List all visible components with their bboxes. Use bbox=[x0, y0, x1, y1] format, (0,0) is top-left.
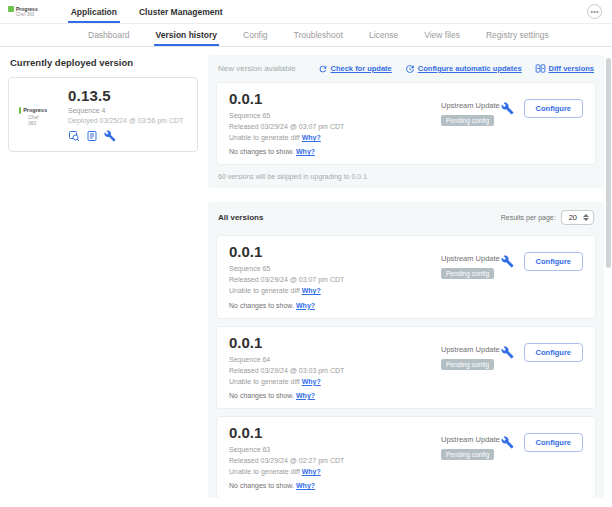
version-released: Released 03/29/24 @ 03:07 pm CDT bbox=[229, 275, 441, 284]
why-link[interactable]: Why? bbox=[296, 302, 315, 309]
pending-config-badge: Pending config bbox=[441, 359, 494, 370]
diff-versions-link[interactable]: Diff versions bbox=[535, 63, 594, 74]
app-subnav: Dashboard Version history Config Trouble… bbox=[0, 24, 612, 47]
subnav-troubleshoot[interactable]: Troubleshoot bbox=[294, 24, 343, 46]
version-number: 0.0.1 bbox=[229, 334, 441, 351]
deployed-sequence: Sequence 4 bbox=[68, 107, 183, 114]
preview-diff-icon[interactable] bbox=[68, 130, 80, 142]
edit-config-icon[interactable] bbox=[501, 436, 514, 449]
configure-button[interactable]: Configure bbox=[524, 343, 583, 362]
tab-application[interactable]: Application bbox=[68, 0, 120, 23]
configure-button[interactable]: Configure bbox=[524, 433, 583, 452]
no-changes-text: No changes to show. bbox=[229, 148, 294, 155]
why-link[interactable]: Why? bbox=[302, 287, 321, 294]
subnav-view-files[interactable]: View files bbox=[424, 24, 460, 46]
deployed-version-card: Progress Chef 360 0.13.5 Sequence 4 Depl… bbox=[8, 77, 198, 152]
subnav-version-history[interactable]: Version history bbox=[156, 24, 217, 46]
overflow-menu-icon[interactable]: ••• bbox=[587, 4, 602, 19]
diff-status: Unable to generate diffWhy? bbox=[229, 467, 441, 476]
why-link[interactable]: Why? bbox=[296, 392, 315, 399]
no-changes-status: No changes to show.Why? bbox=[229, 392, 441, 399]
no-changes-status: No changes to show.Why? bbox=[229, 148, 441, 155]
app-logo: Progress Chef 360 bbox=[8, 0, 38, 23]
logo-icon bbox=[19, 107, 21, 114]
version-sequence: Sequence 63 bbox=[229, 445, 441, 454]
version-number: 0.0.1 bbox=[229, 90, 441, 107]
configure-button[interactable]: Configure bbox=[524, 252, 583, 271]
pending-config-badge: Pending config bbox=[441, 449, 494, 460]
version-row: 0.0.1 Sequence 63 Released 03/29/24 @ 02… bbox=[216, 416, 596, 498]
subnav-config[interactable]: Config bbox=[243, 24, 268, 46]
new-version-title: New version available bbox=[218, 64, 296, 73]
top-bar: Progress Chef 360 Application Cluster Ma… bbox=[0, 0, 612, 24]
results-per-page-label: Results per page: bbox=[501, 214, 556, 221]
logo-icon bbox=[8, 6, 14, 12]
subnav-license[interactable]: License bbox=[369, 24, 398, 46]
edit-config-icon[interactable] bbox=[104, 130, 116, 142]
configure-automatic-updates-link[interactable]: Configure automatic updates bbox=[405, 64, 522, 74]
refresh-icon bbox=[318, 64, 328, 74]
why-link[interactable]: Why? bbox=[296, 482, 315, 489]
logo-product: Chef 360 bbox=[28, 114, 47, 126]
why-link[interactable]: Why? bbox=[296, 148, 315, 155]
why-link[interactable]: Why? bbox=[302, 134, 321, 141]
version-sequence: Sequence 64 bbox=[229, 355, 441, 364]
diff-status: Unable to generate diffWhy? bbox=[229, 286, 441, 295]
skip-notice: 60 versions will be skipped in upgrading… bbox=[218, 173, 594, 180]
deployed-timestamp: Deployed 03/25/24 @ 03:56 pm CDT bbox=[68, 117, 183, 124]
upstream-update-label: Upstream Update bbox=[441, 254, 500, 263]
version-sequence: Sequence 65 bbox=[229, 111, 441, 120]
version-sequence: Sequence 65 bbox=[229, 264, 441, 273]
edit-config-icon[interactable] bbox=[501, 102, 514, 115]
diff-status: Unable to generate diffWhy? bbox=[229, 377, 441, 386]
new-version-section: New version available Check for update C… bbox=[208, 55, 604, 188]
unable-diff-text: Unable to generate diff bbox=[229, 468, 300, 475]
version-history-panel: New version available Check for update C… bbox=[208, 55, 604, 498]
scrollbar[interactable] bbox=[606, 58, 611, 268]
version-released: Released 03/29/24 @ 03:07 pm CDT bbox=[229, 122, 441, 131]
pending-config-badge: Pending config bbox=[441, 115, 494, 126]
stepper-icon bbox=[583, 214, 589, 221]
all-versions-section: All versions Results per page: 20 0.0.1 … bbox=[208, 202, 604, 498]
all-versions-title: All versions bbox=[218, 213, 263, 222]
upstream-update-label: Upstream Update bbox=[441, 101, 500, 110]
version-released: Released 03/29/24 @ 02:27 pm CDT bbox=[229, 456, 441, 465]
diff-icon bbox=[535, 63, 546, 74]
version-number: 0.0.1 bbox=[229, 424, 441, 441]
schedule-icon bbox=[405, 64, 415, 74]
section-gap bbox=[208, 188, 604, 202]
unable-diff-text: Unable to generate diff bbox=[229, 287, 300, 294]
edit-config-icon[interactable] bbox=[501, 346, 514, 359]
tab-cluster-management[interactable]: Cluster Management bbox=[136, 0, 226, 23]
subnav-dashboard[interactable]: Dashboard bbox=[88, 24, 130, 46]
why-link[interactable]: Why? bbox=[302, 378, 321, 385]
no-changes-text: No changes to show. bbox=[229, 482, 294, 489]
topbar-spacer bbox=[226, 0, 587, 23]
version-row: 0.0.1 Sequence 64 Released 03/29/24 @ 03… bbox=[216, 326, 596, 409]
upstream-update-label: Upstream Update bbox=[441, 435, 500, 444]
deployed-version-number: 0.13.5 bbox=[68, 87, 183, 104]
upstream-update-label: Upstream Update bbox=[441, 345, 500, 354]
logo-product: Chef 360 bbox=[16, 12, 38, 17]
release-notes-icon[interactable] bbox=[86, 130, 98, 142]
edit-config-icon[interactable] bbox=[501, 255, 514, 268]
version-number: 0.0.1 bbox=[229, 243, 441, 260]
pending-config-badge: Pending config bbox=[441, 268, 494, 279]
main-content: Currently deployed version Progress Chef… bbox=[0, 47, 612, 506]
deployed-version-panel: Currently deployed version Progress Chef… bbox=[8, 55, 198, 498]
unable-diff-text: Unable to generate diff bbox=[229, 378, 300, 385]
results-per-page-select[interactable]: 20 bbox=[561, 210, 594, 225]
diff-status: Unable to generate diffWhy? bbox=[229, 133, 441, 142]
no-changes-text: No changes to show. bbox=[229, 392, 294, 399]
why-link[interactable]: Why? bbox=[302, 468, 321, 475]
deployed-heading: Currently deployed version bbox=[10, 57, 198, 68]
subnav-registry-settings[interactable]: Registry settings bbox=[486, 24, 549, 46]
unable-diff-text: Unable to generate diff bbox=[229, 134, 300, 141]
check-for-update-link[interactable]: Check for update bbox=[318, 64, 392, 74]
configure-button[interactable]: Configure bbox=[524, 99, 583, 118]
new-version-card: 0.0.1 Sequence 65 Released 03/29/24 @ 03… bbox=[216, 82, 596, 165]
no-changes-text: No changes to show. bbox=[229, 302, 294, 309]
version-row: 0.0.1 Sequence 65 Released 03/29/24 @ 03… bbox=[216, 235, 596, 318]
app-logo-small: Progress Chef 360 bbox=[19, 87, 47, 142]
no-changes-status: No changes to show.Why? bbox=[229, 482, 441, 489]
